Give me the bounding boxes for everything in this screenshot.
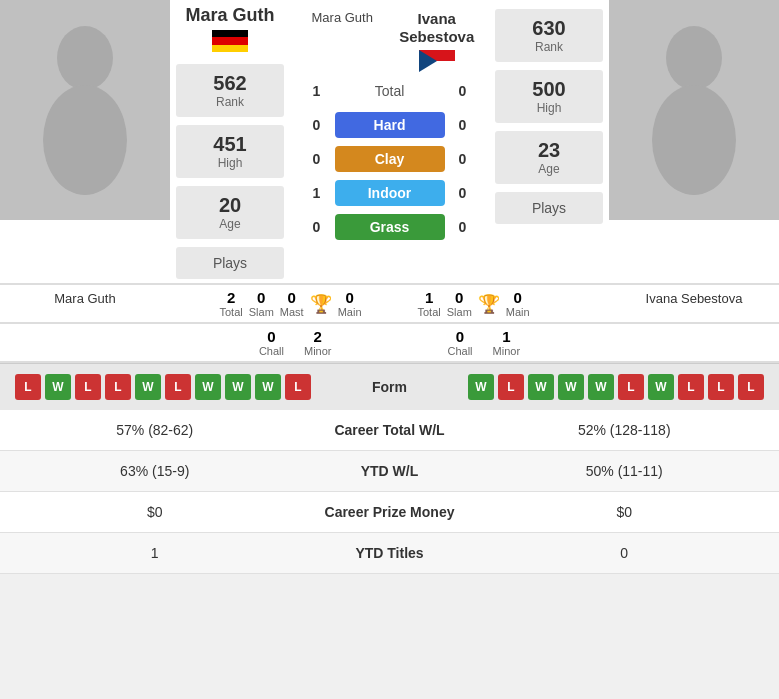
total-left-score: 1 [307, 83, 327, 99]
total-label: Total [335, 78, 445, 104]
left-player-name-header: Mara Guth [185, 5, 274, 26]
right-player-info: 630 Rank 500 High 23 Age Plays [489, 0, 609, 283]
right-flag [390, 50, 485, 72]
form-badge: L [165, 374, 191, 400]
left-total-val: 2 [220, 289, 243, 306]
right-minor-lbl: Minor [493, 345, 521, 357]
form-badge: W [195, 374, 221, 400]
form-badge: L [285, 374, 311, 400]
svg-point-0 [57, 26, 113, 90]
left-player-flag [212, 30, 248, 52]
form-badge: L [708, 374, 734, 400]
stat-label: YTD Titles [290, 545, 490, 561]
form-badge: L [15, 374, 41, 400]
right-main-lbl: Main [506, 306, 530, 318]
form-badge: L [105, 374, 131, 400]
stat-label: Career Total W/L [290, 422, 490, 438]
stat-left-val: $0 [20, 504, 290, 520]
right-rank-value: 630 [505, 17, 593, 40]
stat-left-val: 1 [20, 545, 290, 561]
clay-button[interactable]: Clay [335, 146, 445, 172]
form-badge: L [678, 374, 704, 400]
right-plays-box: Plays [495, 192, 603, 224]
form-badge: W [45, 374, 71, 400]
grass-button[interactable]: Grass [335, 214, 445, 240]
right-trophy-icon: 🏆 [478, 293, 500, 315]
grass-right-score: 0 [453, 219, 473, 235]
comparison-top: Mara Guth 562 Rank 451 High 20 [0, 0, 779, 285]
left-rank-label: Rank [186, 95, 274, 109]
hard-left-score: 0 [307, 117, 327, 133]
indoor-left-score: 1 [307, 185, 327, 201]
right-player-under-name: IvanaSebestova [390, 10, 485, 46]
form-badge: W [558, 374, 584, 400]
left-mast-lbl: Mast [280, 306, 304, 318]
stat-label: YTD W/L [290, 463, 490, 479]
form-badge: L [75, 374, 101, 400]
stats-rows: 57% (82-62) Career Total W/L 52% (128-11… [0, 410, 779, 574]
left-player-under-name: Mara Guth [295, 10, 390, 25]
stats-row: $0 Career Prize Money $0 [0, 492, 779, 533]
left-main-lbl: Main [338, 306, 362, 318]
right-total-lbl: Total [418, 306, 441, 318]
left-high-value: 451 [186, 133, 274, 156]
form-badge: W [255, 374, 281, 400]
form-badge: W [648, 374, 674, 400]
right-player-photo [609, 0, 779, 220]
left-mast-val: 0 [280, 289, 304, 306]
stat-right-val: 52% (128-118) [490, 422, 760, 438]
form-badge: W [468, 374, 494, 400]
right-minor-val: 1 [493, 328, 521, 345]
left-minor-val: 2 [304, 328, 332, 345]
hard-right-score: 0 [453, 117, 473, 133]
left-plays-box: Plays [176, 247, 284, 279]
indoor-right-score: 0 [453, 185, 473, 201]
form-badge: W [528, 374, 554, 400]
right-high-box: 500 High [495, 70, 603, 123]
right-age-label: Age [505, 162, 593, 176]
left-form: LWLLWLWWWL [15, 374, 340, 400]
svg-point-1 [43, 85, 127, 195]
left-rank-box: 562 Rank [176, 64, 284, 117]
indoor-button[interactable]: Indoor [335, 180, 445, 206]
left-age-label: Age [186, 217, 274, 231]
left-player-photo [0, 0, 170, 220]
stat-right-val: 0 [490, 545, 760, 561]
left-player-name-bottom: Mara Guth [0, 285, 170, 322]
right-form: WLWWWLWLLL [440, 374, 765, 400]
right-plays-label: Plays [532, 200, 566, 216]
player-names-row: Mara Guth 2 Total 0 Slam 0 Mast 🏆 0 Main [0, 285, 779, 324]
left-chall-val: 0 [259, 328, 284, 345]
chall-minor-row: 0 Chall 2 Minor 0 Chall 1 Minor [0, 324, 779, 363]
main-container: Mara Guth 562 Rank 451 High 20 [0, 0, 779, 574]
grass-row: 0 Grass 0 [295, 214, 484, 240]
stats-row: 57% (82-62) Career Total W/L 52% (128-11… [0, 410, 779, 451]
form-badge: W [135, 374, 161, 400]
right-high-label: High [505, 101, 593, 115]
svg-point-3 [652, 85, 736, 195]
right-total-val: 1 [418, 289, 441, 306]
stat-left-val: 63% (15-9) [20, 463, 290, 479]
total-row: 1 Total 0 [295, 78, 484, 104]
form-badge: L [618, 374, 644, 400]
left-rank-value: 562 [186, 72, 274, 95]
middle-column: Mara Guth IvanaSebestova 1 Total [290, 0, 489, 283]
stat-right-val: $0 [490, 504, 760, 520]
form-badge: L [738, 374, 764, 400]
hard-button[interactable]: Hard [335, 112, 445, 138]
right-high-value: 500 [505, 78, 593, 101]
stat-left-val: 57% (82-62) [20, 422, 290, 438]
stats-row: 63% (15-9) YTD W/L 50% (11-11) [0, 451, 779, 492]
flag-de [212, 30, 248, 52]
clay-row: 0 Clay 0 [295, 146, 484, 172]
left-age-value: 20 [186, 194, 274, 217]
total-right-score: 0 [453, 83, 473, 99]
right-player-name-bottom: Ivana Sebestova [609, 285, 779, 322]
svg-point-2 [666, 26, 722, 90]
left-slam-val: 0 [249, 289, 274, 306]
indoor-row: 1 Indoor 0 [295, 180, 484, 206]
right-main-val: 0 [506, 289, 530, 306]
right-chall-lbl: Chall [448, 345, 473, 357]
left-slam-lbl: Slam [249, 306, 274, 318]
right-age-box: 23 Age [495, 131, 603, 184]
